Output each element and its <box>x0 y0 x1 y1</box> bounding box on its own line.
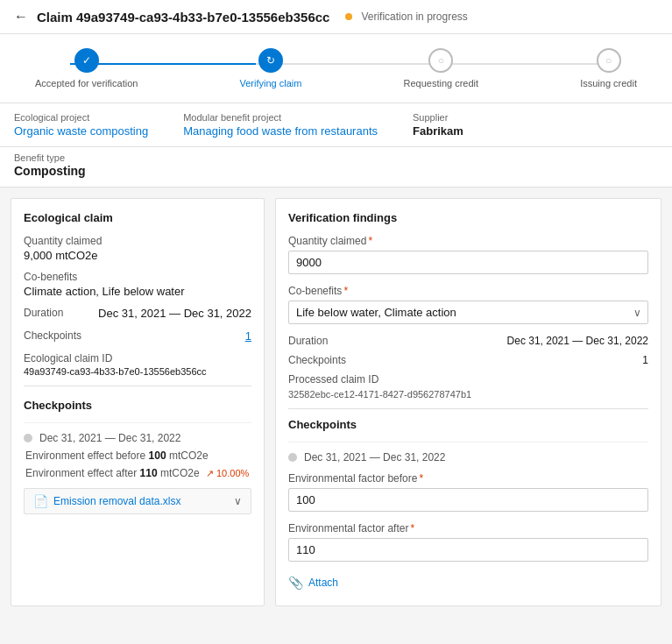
step-circle-verifying: ↻ <box>258 48 283 73</box>
benefit-section: Benefit type Composting <box>0 147 672 188</box>
checkpoints-label: Checkpoints <box>24 329 81 342</box>
step-label-accepted: Accepted for verification <box>35 78 138 88</box>
file-attachment[interactable]: 📄 Emission removal data.xlsx ∨ <box>24 488 251 514</box>
vf-env-after-input[interactable] <box>288 538 648 562</box>
step-label-issuing: Issuing credit <box>580 78 637 88</box>
vf-env-after-field: Environmental factor after* <box>288 522 648 562</box>
checkpoints-section: Checkpoints Dec 31, 2021 — Dec 31, 2022 … <box>24 399 251 523</box>
checkpoint-item: Dec 31, 2021 — Dec 31, 2022 Environment … <box>24 422 251 523</box>
step-circle-accepted: ✓ <box>74 48 99 73</box>
meta-ecological-project: Ecological project Organic waste compost… <box>14 112 148 138</box>
file-chevron-icon: ∨ <box>234 495 242 507</box>
vf-duration-value: Dec 31, 2021 — Dec 31, 2022 <box>507 335 648 347</box>
meta-supplier: Supplier Fabrikam <box>413 112 463 138</box>
step-verifying: ↻ Verifying claim <box>239 48 301 88</box>
checkpoints-count-field: Checkpoints 1 <box>24 329 251 343</box>
vf-checkpoint-item: Dec 31, 2021 — Dec 31, 2022 Environmenta… <box>288 442 648 593</box>
vf-processed-id-label: Processed claim ID <box>288 373 648 386</box>
vf-cobenefits-field: Co-benefits* Life below water, Climate a… <box>288 285 648 324</box>
vf-quantity-field: Quantity claimed* <box>288 235 648 274</box>
circle-icon-issuing: ○ <box>605 54 612 67</box>
duration-label: Duration <box>24 307 63 319</box>
checkpoint-date: Dec 31, 2021 — Dec 31, 2022 <box>24 432 251 444</box>
vf-checkpoints-label: Checkpoints <box>288 354 346 366</box>
checkpoint-env-after: Environment effect after 110 mtCO2e ↗ 10… <box>24 467 251 479</box>
vf-env-before-label: Environmental factor before* <box>288 472 648 485</box>
vf-quantity-input[interactable] <box>288 251 648 274</box>
vf-checkpoint-dot <box>288 453 297 462</box>
env-before-label: Environment effect before <box>25 449 145 462</box>
vf-checkpoints-row: Checkpoints 1 <box>288 354 648 366</box>
vf-processed-id-field: Processed claim ID 32582ebc-ce12-4171-84… <box>288 373 648 400</box>
page-title: Claim 49a93749-ca93-4b33-b7e0-13556eb356… <box>37 10 329 25</box>
cobenefits-field: Co-benefits Climate action, Life below w… <box>24 271 251 298</box>
step-circle-requesting: ○ <box>428 48 453 73</box>
circle-icon-requesting: ○ <box>438 54 444 67</box>
refresh-icon: ↻ <box>266 54 275 67</box>
checkpoints-value[interactable]: 1 <box>245 329 251 343</box>
vf-divider <box>288 408 648 409</box>
vf-env-before-input[interactable] <box>288 488 648 512</box>
vf-cobenefits-select-wrapper: Life below water, Climate action Climate… <box>288 301 648 324</box>
vf-checkpoints-section-title: Checkpoints <box>288 418 648 431</box>
step-circle-issuing: ○ <box>597 48 621 73</box>
vf-checkpoints-value: 1 <box>642 354 648 366</box>
paperclip-icon: 📎 <box>288 576 303 590</box>
verification-findings-panel: Verification findings Quantity claimed* … <box>275 198 661 606</box>
vf-checkpoint-date-text: Dec 31, 2021 — Dec 31, 2022 <box>304 451 445 464</box>
duration-field: Duration Dec 31, 2021 — Dec 31, 2022 <box>24 307 251 321</box>
meta-modular-benefit: Modular benefit project Managing food wa… <box>183 112 378 138</box>
ecological-project-value[interactable]: Organic waste composting <box>14 124 148 138</box>
supplier-label: Supplier <box>413 112 463 123</box>
env-before-value: 100 <box>149 449 166 462</box>
vf-quantity-label: Quantity claimed* <box>288 235 648 247</box>
meta-row: Ecological project Organic waste compost… <box>14 112 658 138</box>
verification-findings-title: Verification findings <box>288 211 648 224</box>
step-accepted: ✓ Accepted for verification <box>35 48 138 88</box>
quantity-value: 9,000 mtCO2e <box>24 249 251 262</box>
benefit-type-value: Composting <box>14 164 658 178</box>
ecological-claim-title: Ecological claim <box>24 211 251 224</box>
duration-value: Dec 31, 2021 — Dec 31, 2022 <box>98 307 251 321</box>
env-after-label: Environment effect after <box>25 467 137 479</box>
quantity-label: Quantity claimed <box>24 235 251 247</box>
meta-section: Ecological project Organic waste compost… <box>0 103 672 147</box>
progress-track <box>70 63 602 65</box>
cobenefits-value: Climate action, Life below water <box>24 285 251 298</box>
checkpoint-dot <box>24 434 32 442</box>
back-button[interactable]: ← <box>14 9 28 25</box>
env-before-unit: mtCO2e <box>169 449 209 462</box>
status-text: Verification in progress <box>361 11 467 23</box>
step-issuing: ○ Issuing credit <box>580 48 637 88</box>
modular-benefit-value[interactable]: Managing food waste from restaurants <box>183 124 378 138</box>
claim-id-value: 49a93749-ca93-4b33-b7e0-13556eb356cc <box>24 366 251 377</box>
ecological-project-label: Ecological project <box>14 112 148 123</box>
step-label-requesting: Requesting credit <box>403 78 478 88</box>
checkpoints-section-title: Checkpoints <box>24 399 251 412</box>
progress-bar-section: ✓ Accepted for verification ↻ Verifying … <box>0 34 672 103</box>
status-indicator <box>345 13 352 20</box>
env-badge: ↗ 10.00% <box>206 468 249 478</box>
benefit-type-label: Benefit type <box>14 152 65 163</box>
claim-id-field: Ecological claim ID 49a93749-ca93-4b33-b… <box>24 352 251 377</box>
checkpoint-date-text: Dec 31, 2021 — Dec 31, 2022 <box>39 432 180 444</box>
vf-cobenefits-select[interactable]: Life below water, Climate action Climate… <box>288 301 648 324</box>
main-content: Ecological claim Quantity claimed 9,000 … <box>0 188 672 617</box>
cobenefits-label: Co-benefits <box>24 271 251 283</box>
quantity-field: Quantity claimed 9,000 mtCO2e <box>24 235 251 262</box>
checkpoint-env-before: Environment effect before 100 mtCO2e <box>24 449 251 462</box>
step-label-verifying: Verifying claim <box>239 78 301 88</box>
vf-processed-id-value: 32582ebc-ce12-4171-8427-d956278747b1 <box>288 389 648 400</box>
env-after-unit: mtCO2e <box>160 467 200 479</box>
divider <box>24 386 251 386</box>
file-name: Emission removal data.xlsx <box>53 495 229 507</box>
step-requesting: ○ Requesting credit <box>403 48 478 88</box>
claim-id-label: Ecological claim ID <box>24 352 251 364</box>
vf-env-after-label: Environmental factor after* <box>288 522 648 534</box>
attach-button[interactable]: 📎 Attach <box>288 572 338 593</box>
file-icon: 📄 <box>33 494 48 508</box>
supplier-value: Fabrikam <box>413 124 463 138</box>
vf-env-before-field: Environmental factor before* <box>288 472 648 512</box>
modular-benefit-label: Modular benefit project <box>183 112 378 123</box>
vf-cobenefits-label: Co-benefits* <box>288 285 648 297</box>
